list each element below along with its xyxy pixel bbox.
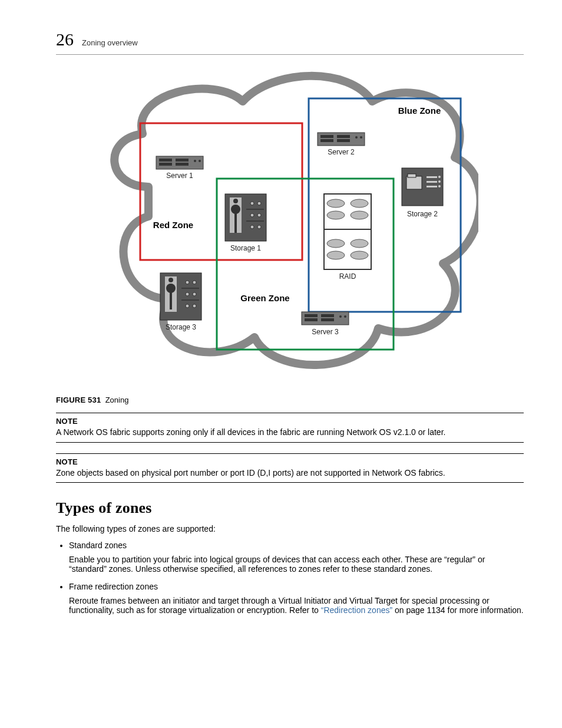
list-item: Frame redirection zones Reroute frames b… bbox=[69, 582, 524, 615]
storage3-label: Storage 3 bbox=[166, 323, 196, 331]
svg-rect-4 bbox=[176, 163, 189, 166]
svg-point-21 bbox=[438, 180, 441, 183]
svg-point-55 bbox=[186, 304, 189, 308]
svg-rect-15 bbox=[406, 176, 422, 189]
svg-point-64 bbox=[339, 315, 342, 318]
red-zone-label: Red Zone bbox=[153, 220, 193, 230]
note-2: NOTE Zone objects based on physical port… bbox=[56, 453, 524, 483]
page-title: Zoning overview bbox=[82, 38, 138, 47]
red-zone-box bbox=[140, 123, 302, 260]
svg-rect-8 bbox=[320, 135, 333, 138]
svg-point-50 bbox=[168, 278, 173, 282]
svg-point-56 bbox=[193, 304, 196, 308]
figure-caption: FIGURE 531 Zoning bbox=[56, 396, 524, 404]
svg-point-30 bbox=[250, 213, 254, 217]
section-heading: Types of zones bbox=[56, 499, 524, 517]
svg-point-27 bbox=[233, 199, 238, 203]
svg-point-6 bbox=[199, 160, 201, 162]
svg-rect-1 bbox=[159, 159, 172, 162]
figure-lead: FIGURE 531 bbox=[56, 396, 101, 404]
svg-point-41 bbox=[327, 239, 345, 248]
svg-point-38 bbox=[351, 199, 368, 207]
storage3-icon bbox=[160, 273, 201, 320]
raid-label: RAID bbox=[339, 272, 356, 281]
svg-rect-26 bbox=[234, 209, 237, 233]
note-1: NOTE A Network OS fabric supports zoning… bbox=[56, 413, 524, 443]
svg-point-39 bbox=[327, 211, 345, 219]
section-intro: The following types of zones are support… bbox=[56, 523, 524, 535]
svg-point-65 bbox=[344, 315, 346, 318]
page-header: 26 Zoning overview bbox=[56, 29, 524, 50]
figure-title: Zoning bbox=[105, 396, 129, 404]
svg-point-20 bbox=[438, 176, 441, 178]
svg-rect-49 bbox=[170, 288, 172, 309]
svg-point-32 bbox=[250, 225, 254, 229]
item-2-desc: Reroute frames between an initiator and … bbox=[69, 596, 524, 615]
server3-icon bbox=[302, 312, 349, 325]
header-rule bbox=[56, 54, 524, 55]
svg-point-42 bbox=[351, 239, 368, 248]
svg-rect-18 bbox=[427, 181, 437, 183]
svg-rect-2 bbox=[159, 163, 172, 166]
svg-point-40 bbox=[351, 211, 368, 219]
list-item: Standard zones Enable you to partition y… bbox=[69, 541, 524, 574]
green-zone-label: Green Zone bbox=[240, 293, 289, 303]
item-2-name: Frame redirection zones bbox=[69, 582, 158, 591]
server3-label: Server 3 bbox=[312, 328, 339, 336]
svg-point-28 bbox=[250, 202, 254, 205]
svg-rect-16 bbox=[408, 174, 416, 177]
item-1-desc: Enable you to partition your fabric into… bbox=[69, 555, 524, 574]
svg-point-12 bbox=[355, 136, 358, 139]
server1-icon bbox=[156, 156, 203, 169]
svg-point-44 bbox=[351, 251, 368, 259]
storage2-icon bbox=[402, 168, 443, 206]
svg-point-51 bbox=[186, 281, 189, 284]
svg-rect-10 bbox=[337, 135, 350, 138]
svg-rect-63 bbox=[321, 318, 334, 321]
svg-point-53 bbox=[186, 292, 189, 296]
storage1-icon bbox=[225, 194, 266, 241]
svg-point-37 bbox=[327, 199, 345, 207]
redirection-zones-link[interactable]: “Redirection zones” bbox=[321, 605, 392, 615]
svg-point-29 bbox=[257, 202, 261, 205]
svg-point-33 bbox=[257, 225, 261, 229]
svg-rect-60 bbox=[305, 314, 318, 317]
svg-rect-3 bbox=[176, 159, 189, 162]
server2-icon bbox=[318, 133, 365, 146]
note-2-label: NOTE bbox=[56, 457, 524, 466]
chapter-number: 26 bbox=[56, 29, 74, 50]
server1-label: Server 1 bbox=[166, 172, 193, 180]
svg-point-54 bbox=[193, 292, 196, 296]
storage2-label: Storage 2 bbox=[407, 210, 438, 218]
zone-types-list: Standard zones Enable you to partition y… bbox=[56, 541, 524, 615]
svg-point-13 bbox=[360, 136, 362, 139]
svg-rect-19 bbox=[427, 186, 437, 187]
svg-rect-62 bbox=[321, 314, 334, 317]
svg-point-52 bbox=[193, 281, 196, 284]
zoning-diagram: Blue Zone Red Zone Green Zone Server 1 bbox=[101, 69, 478, 378]
svg-rect-17 bbox=[427, 176, 437, 178]
svg-point-22 bbox=[438, 185, 441, 187]
svg-point-5 bbox=[194, 160, 196, 162]
raid-icon bbox=[324, 194, 371, 269]
note-1-text: A Network OS fabric supports zoning only… bbox=[56, 427, 524, 439]
storage1-label: Storage 1 bbox=[230, 244, 261, 252]
svg-rect-61 bbox=[305, 318, 318, 321]
svg-point-43 bbox=[327, 251, 345, 259]
item-1-name: Standard zones bbox=[69, 541, 127, 550]
note-1-label: NOTE bbox=[56, 417, 524, 426]
note-2-text: Zone objects based on physical port numb… bbox=[56, 467, 524, 479]
svg-rect-9 bbox=[320, 139, 333, 142]
blue-zone-label: Blue Zone bbox=[398, 106, 441, 116]
svg-rect-11 bbox=[337, 139, 350, 142]
server2-label: Server 2 bbox=[328, 148, 355, 156]
svg-point-31 bbox=[257, 213, 261, 217]
